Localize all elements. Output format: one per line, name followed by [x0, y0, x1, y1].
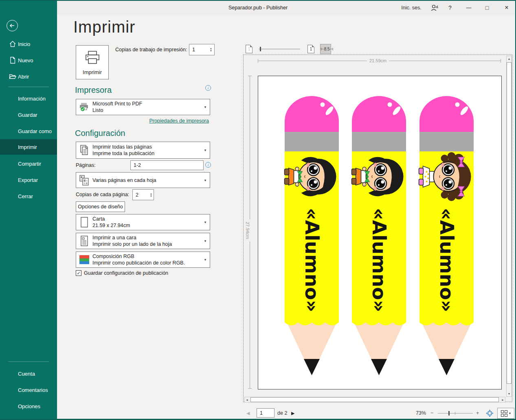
page-title: Imprimir [73, 18, 135, 36]
chevron-down-icon: ▾ [201, 220, 210, 224]
sidebar-item-cerrar[interactable]: Cerrar [0, 189, 57, 203]
home-icon [9, 40, 16, 48]
multiple-pages-icon [76, 175, 92, 186]
close-button[interactable]: ✕ [500, 1, 513, 15]
printer-info-icon[interactable]: i [205, 85, 211, 91]
maximize-button[interactable]: □ [481, 1, 494, 15]
print-range-title: Imprimir todas las páginas [92, 144, 201, 150]
printer-dropdown[interactable]: Microsoft Print to PDF Listo ▾ [76, 99, 210, 115]
sidebar-item-imprimir[interactable]: Imprimir [0, 139, 57, 155]
fit-page-button[interactable] [486, 409, 494, 418]
zoom-slider-center-tick [455, 412, 455, 415]
h-ruler-tick-right [501, 59, 501, 63]
chevron-down-icon: ▾ [201, 239, 210, 243]
preview-horizontal-scrollbar[interactable]: ◄ ► [244, 397, 505, 402]
open-folder-icon [9, 73, 16, 80]
zoom-in-button[interactable]: + [476, 406, 479, 420]
v-ruler-label: 27.94cm [245, 219, 250, 241]
scroll-right-icon[interactable]: ► [501, 398, 504, 401]
preview-statusbar: ◀ de 2 ▶ 73% − + ▾ [243, 406, 516, 420]
printer-status: Listo [92, 107, 201, 113]
copies-input[interactable] [189, 44, 208, 55]
fit-page-icon [486, 409, 494, 417]
bookmark-text: «Alumno» [436, 208, 458, 312]
sidebar-divider [8, 87, 49, 87]
pages-info-icon[interactable]: i [205, 162, 211, 168]
all-pages-icon [76, 144, 92, 156]
printer-device-icon [76, 102, 92, 112]
help-button[interactable]: ? [444, 1, 456, 15]
bookmark-text: «Alumno» [368, 208, 390, 312]
paper-size-dropdown[interactable]: Carta 21.59 x 27.94cm ▾ [76, 214, 210, 230]
sidebar-item-exportar[interactable]: Exportar [0, 173, 57, 187]
sidebar-item-comentarios[interactable]: Comentarios [0, 383, 57, 397]
bookmark-pencil-3: «Alumno» [419, 96, 474, 375]
paper-size-title: Carta [92, 216, 201, 222]
print-button[interactable]: Imprimir [76, 45, 109, 79]
copies-per-page-label: Copias de cada página: [76, 192, 129, 197]
preview-vertical-scrollbar[interactable]: ▲ ▼ [506, 56, 512, 397]
pages-per-sheet-dropdown[interactable]: Varias páginas en cada hoja ▾ [76, 172, 210, 188]
single-page-large-icon[interactable]: 1 [307, 45, 314, 53]
color-model-dropdown[interactable]: Composición RGB Imprimir como publicació… [76, 252, 210, 268]
printer-icon [84, 50, 101, 65]
bookmark-text: «Alumno» [301, 208, 323, 312]
blank-page-icon [76, 217, 92, 228]
ruler-toggle-button[interactable]: ⊢8.5⊣ [320, 44, 331, 54]
chevron-down-icon: ▾ [509, 411, 511, 415]
sidebar-item-compartir[interactable]: Compartir [0, 156, 57, 171]
back-button[interactable] [7, 20, 18, 31]
chevron-down-icon: ▾ [201, 178, 210, 182]
sides-dropdown[interactable]: Imprimir a una cara Imprimir solo por un… [76, 233, 210, 249]
copies-per-page-input[interactable] [133, 190, 149, 200]
printer-properties-link[interactable]: Propiedades de impresora [76, 118, 209, 124]
vertical-scroll-thumb[interactable] [507, 62, 512, 384]
h-ruler-label: 21.59cm [367, 58, 389, 63]
sidebar-item-guardar-como[interactable]: Guardar como [0, 124, 57, 138]
sides-title: Imprimir a una cara [92, 235, 201, 241]
save-config-label: Guardar configuración de publicación [84, 270, 168, 276]
color-model-title: Composición RGB [92, 254, 201, 259]
preview-toolbar: 1 1 ⊢8.5⊣ [243, 43, 512, 55]
previous-page-button[interactable]: ◀ [246, 406, 250, 420]
sidebar-item-informacion[interactable]: Información [0, 91, 57, 106]
horizontal-scroll-thumb[interactable] [250, 397, 499, 402]
sidebar-divider-bottom [8, 361, 49, 362]
backstage-sidebar: Inicio Nuevo Abrir Información Guardar G… [0, 1, 57, 420]
account-person-icon[interactable] [428, 1, 441, 15]
sidebar-item-opciones[interactable]: Opciones [0, 399, 57, 413]
config-section-heading: Configuración [75, 129, 125, 138]
page-view-slider-track[interactable] [259, 49, 300, 49]
view-mode-button[interactable]: ▾ [497, 408, 514, 419]
copies-spin-down-icon[interactable]: ▼ [210, 50, 212, 52]
save-config-checkbox[interactable]: ✓ [76, 270, 81, 276]
next-page-button[interactable]: ▶ [291, 406, 294, 420]
pages-per-sheet-title: Varias páginas en cada hoja [92, 177, 201, 183]
pages-input[interactable] [130, 160, 204, 170]
back-arrow-icon [9, 23, 15, 28]
publisher-window: Separador.pub - Publisher Inic. ses. ? —… [0, 0, 516, 420]
zoom-slider-track[interactable] [438, 413, 473, 413]
zoom-out-button[interactable]: − [430, 406, 433, 420]
current-page-input[interactable] [257, 408, 274, 418]
sidebar-item-nuevo[interactable]: Nuevo [0, 53, 57, 68]
print-range-dropdown[interactable]: Imprimir todas las páginas Imprime toda … [76, 142, 210, 159]
layout-options-button[interactable]: Opciones de diseño [76, 201, 125, 212]
zoom-slider-handle[interactable] [448, 411, 450, 416]
copies-page-spin-down-icon[interactable]: ▼ [150, 195, 152, 197]
scroll-down-icon[interactable]: ▼ [507, 392, 512, 395]
scroll-up-icon[interactable]: ▲ [507, 57, 512, 60]
sidebar-item-guardar[interactable]: Guardar [0, 107, 57, 122]
scroll-left-icon[interactable]: ◄ [246, 398, 248, 401]
page-view-slider-handle[interactable] [260, 47, 261, 51]
sidebar-item-cuenta[interactable]: Cuenta [0, 366, 57, 381]
zoom-percent-label[interactable]: 73% [416, 406, 426, 420]
single-page-small-icon[interactable]: 1 [246, 45, 253, 53]
color-model-subtitle: Imprimir como publicación de color RGB. [92, 260, 201, 266]
sidebar-item-inicio[interactable]: Inicio [0, 37, 57, 51]
titlebar: Separador.pub - Publisher Inic. ses. ? —… [0, 1, 516, 15]
sign-in-button[interactable]: Inic. ses. [397, 1, 426, 15]
sidebar-item-abrir[interactable]: Abrir [0, 69, 57, 84]
new-document-icon [9, 57, 16, 64]
minimize-button[interactable]: — [462, 1, 475, 15]
